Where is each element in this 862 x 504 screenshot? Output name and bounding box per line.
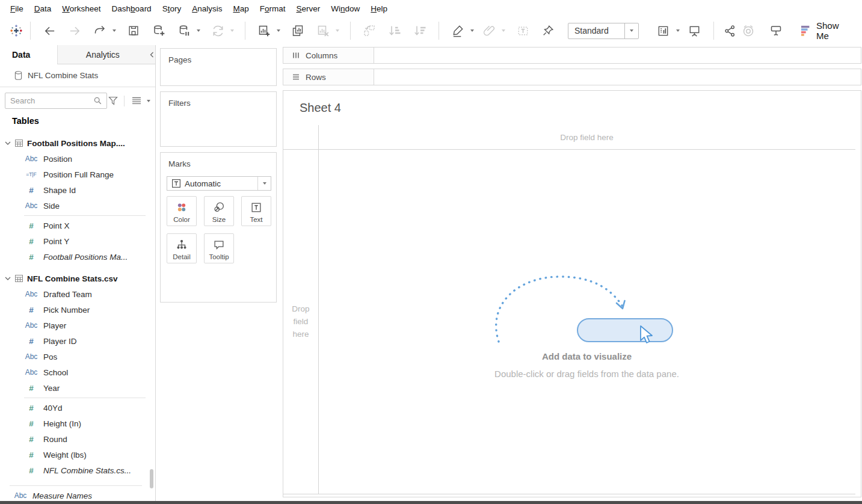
mark-type-caret-icon[interactable] — [257, 177, 271, 190]
fix-axes-icon[interactable] — [539, 22, 557, 39]
menu-item-analysis[interactable]: Analysis — [186, 2, 227, 16]
pause-auto-updates-icon[interactable] — [175, 22, 193, 39]
revert-caret-icon[interactable] — [112, 29, 116, 32]
field-drafted-team[interactable]: AbcDrafted Team — [0, 286, 152, 302]
search-input[interactable] — [5, 93, 107, 109]
field-nfl-combine-stats-cs[interactable]: #NFL Combine Stats.cs... — [0, 463, 152, 478]
drop-left-line: here — [283, 328, 318, 340]
show-hide-cards-caret-icon[interactable] — [676, 29, 680, 32]
menu-item-format[interactable]: Format — [254, 2, 291, 16]
pause-caret-icon[interactable] — [197, 29, 200, 32]
field-shape-id[interactable]: #Shape Id — [0, 182, 152, 198]
table-header[interactable]: NFL Combine Stats.csv — [0, 271, 152, 286]
back-icon[interactable] — [40, 22, 58, 39]
automatic-mark-icon — [172, 179, 180, 188]
field-position[interactable]: AbcPosition — [0, 151, 152, 167]
menu-item-worksheet[interactable]: Worksheet — [57, 2, 106, 16]
filters-shelf[interactable]: Filters — [160, 91, 277, 147]
rows-label: Rows — [306, 73, 326, 82]
save-icon[interactable] — [125, 22, 143, 39]
presentation-mode-icon[interactable] — [686, 22, 704, 39]
data-guide-icon[interactable] — [767, 22, 785, 39]
scrollbar-thumb[interactable] — [150, 469, 153, 488]
highlight-icon[interactable] — [449, 22, 467, 39]
fit-caret-icon[interactable] — [624, 23, 638, 38]
duplicate-sheet-icon[interactable] — [289, 22, 307, 39]
tables-header: Tables — [12, 116, 39, 126]
field-school[interactable]: AbcSchool — [0, 364, 152, 380]
field-pick-number[interactable]: #Pick Number — [0, 302, 152, 318]
share-icon[interactable] — [721, 22, 739, 39]
field-weight-lbs[interactable]: #Weight (lbs) — [0, 447, 152, 463]
pages-shelf[interactable]: Pages — [160, 48, 277, 86]
show-hide-cards-icon[interactable] — [654, 22, 673, 39]
size-button[interactable]: Size — [204, 196, 234, 226]
show-me-icon — [801, 25, 812, 37]
field-point-y[interactable]: #Point Y — [0, 233, 152, 249]
field-pos[interactable]: AbcPos — [0, 349, 152, 364]
field-40yd[interactable]: #40Yd — [0, 400, 152, 416]
fields-list: Football Positions Map....AbcPosition=T|… — [0, 129, 152, 504]
menu-item-story[interactable]: Story — [157, 2, 187, 16]
new-worksheet-caret-icon[interactable] — [277, 29, 280, 32]
new-worksheet-icon[interactable] — [255, 22, 273, 39]
detail-button[interactable]: Detail — [167, 233, 197, 263]
table-header[interactable]: Football Positions Map.... — [0, 135, 152, 151]
field-side[interactable]: AbcSide — [0, 198, 152, 214]
color-button[interactable]: Color — [167, 196, 197, 226]
rows-shelf[interactable]: Rows — [283, 69, 861, 85]
field-height-in[interactable]: #Height (In) — [0, 416, 152, 431]
field-round[interactable]: #Round — [0, 431, 152, 447]
highlight-caret-icon[interactable] — [470, 29, 474, 32]
field-player[interactable]: AbcPlayer — [0, 318, 152, 333]
number-type-icon: # — [24, 419, 38, 428]
drop-zone-top[interactable]: Drop field here — [318, 133, 855, 142]
menu-item-data[interactable]: Data — [29, 2, 57, 16]
field-label: NFL Combine Stats.cs... — [43, 466, 131, 475]
text-type-icon: Abc — [24, 368, 38, 376]
menu-item-dashboard[interactable]: Dashboard — [106, 2, 157, 16]
show-me-label: Show Me — [816, 20, 852, 41]
field-position-full-range[interactable]: =T|FPosition Full Range — [0, 167, 152, 182]
field-year[interactable]: #Year — [0, 380, 152, 396]
fit-selector[interactable]: Standard — [568, 23, 639, 39]
filter-fields-icon[interactable] — [108, 96, 118, 105]
tooltip-button[interactable]: Tooltip — [204, 233, 234, 263]
view-as-list-icon[interactable] — [132, 97, 141, 105]
table-name: NFL Combine Stats.csv — [27, 274, 118, 283]
drop-zone-left[interactable]: Drop field here — [283, 303, 318, 340]
menu-item-server[interactable]: Server — [291, 2, 326, 16]
tab-analytics[interactable]: Analytics — [57, 45, 148, 64]
view-as-caret-icon[interactable] — [147, 100, 150, 102]
field-label: Player ID — [43, 337, 77, 346]
collapse-pane-icon[interactable] — [148, 45, 155, 64]
drop-pill — [577, 318, 673, 342]
toolbar-separator — [245, 22, 245, 40]
table-icon — [15, 140, 23, 147]
sort-descending-icon — [411, 22, 429, 39]
group-members-icon — [480, 22, 498, 39]
fit-value: Standard — [568, 26, 624, 35]
columns-shelf[interactable]: Columns — [283, 47, 861, 64]
mark-type-dropdown[interactable]: Automatic — [167, 176, 271, 191]
field-player-id[interactable]: #Player ID — [0, 333, 152, 349]
revert-icon[interactable] — [91, 22, 109, 39]
chevron-down-icon[interactable] — [5, 277, 11, 280]
datasource-row[interactable]: NFL Combine Stats — [0, 64, 155, 87]
text-button[interactable]: Text — [241, 196, 271, 226]
search-icon — [94, 97, 102, 105]
field-point-x[interactable]: #Point X — [0, 218, 152, 233]
toolbar-separator — [350, 22, 351, 40]
number-type-icon: # — [24, 384, 38, 393]
forward-icon — [66, 22, 84, 39]
menu-item-window[interactable]: Window — [325, 2, 365, 16]
menu-item-help[interactable]: Help — [365, 2, 393, 16]
chevron-down-icon[interactable] — [5, 141, 11, 145]
new-data-source-icon[interactable] — [150, 22, 168, 39]
cursor-icon — [639, 325, 655, 345]
menu-item-file[interactable]: File — [5, 2, 29, 16]
show-me-button[interactable]: Show Me — [801, 20, 852, 41]
menu-item-map[interactable]: Map — [227, 2, 254, 16]
tab-data[interactable]: Data — [0, 45, 57, 64]
field-football-positions-ma[interactable]: #Football Positions Ma... — [0, 249, 152, 265]
